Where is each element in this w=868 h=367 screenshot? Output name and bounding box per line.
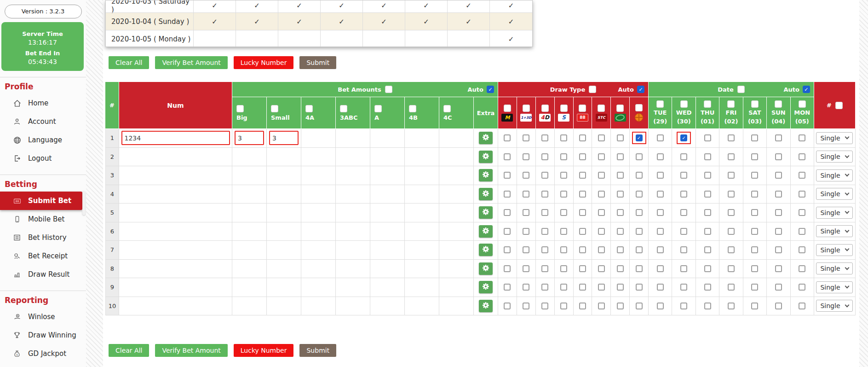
draw-type-checkbox-damacai-1plus3d[interactable] bbox=[523, 265, 529, 272]
num-input[interactable] bbox=[121, 207, 230, 219]
draw-type-checkbox-singapore-pools[interactable] bbox=[560, 246, 567, 253]
date-checkbox-thu[interactable] bbox=[704, 134, 711, 141]
extra-settings-button[interactable] bbox=[479, 244, 493, 256]
col-checkbox-a[interactable] bbox=[374, 105, 382, 112]
amount-input-4c[interactable] bbox=[442, 262, 471, 274]
date-checkbox-fri[interactable] bbox=[728, 228, 735, 235]
draw-type-checkbox-cashsweep[interactable] bbox=[617, 153, 624, 160]
amount-input-4a[interactable] bbox=[304, 225, 333, 237]
sidebar-item-submit-bet[interactable]: 88Submit Bet bbox=[0, 192, 82, 210]
amount-input-3abc[interactable] bbox=[338, 207, 368, 219]
date-checkbox-sat[interactable] bbox=[751, 228, 758, 235]
date-checkbox-sun[interactable] bbox=[775, 265, 782, 272]
date-checkbox-sat[interactable] bbox=[751, 191, 758, 198]
date-checkbox-wed[interactable] bbox=[680, 246, 687, 253]
col-checkbox-mon[interactable] bbox=[799, 100, 806, 108]
amount-input-4b[interactable] bbox=[407, 300, 437, 312]
date-checkbox-sun[interactable] bbox=[775, 228, 782, 235]
draw-type-checkbox-sandakan-88[interactable] bbox=[579, 172, 586, 179]
amount-input-4b[interactable] bbox=[407, 262, 437, 274]
amount-input-a[interactable] bbox=[373, 132, 402, 144]
amount-input-4b[interactable] bbox=[407, 225, 437, 237]
amount-input-small[interactable] bbox=[269, 225, 299, 237]
bet-type-select[interactable]: Single bbox=[816, 262, 853, 274]
amount-input-4c[interactable] bbox=[442, 151, 471, 163]
date-checkbox-mon[interactable] bbox=[799, 303, 805, 309]
draw-type-checkbox-damacai-1plus3d[interactable] bbox=[523, 172, 529, 179]
date-checkbox-sun[interactable] bbox=[775, 246, 782, 253]
date-checkbox-thu[interactable] bbox=[704, 303, 711, 309]
amount-input-4b[interactable] bbox=[407, 169, 437, 181]
sidebar-item-language[interactable]: Language bbox=[0, 131, 86, 149]
draw-type-checkbox-gd-lotto[interactable] bbox=[636, 209, 643, 216]
amount-input-small[interactable] bbox=[269, 131, 299, 145]
sidebar-item-home[interactable]: Home bbox=[0, 94, 86, 112]
draw-type-checkbox-toto-4d[interactable] bbox=[541, 284, 548, 291]
date-checkbox-sat[interactable] bbox=[751, 172, 758, 179]
draw-type-checkbox-toto-4d[interactable] bbox=[541, 134, 548, 141]
bet-type-select[interactable]: Single bbox=[816, 207, 853, 219]
extra-settings-button[interactable] bbox=[479, 262, 493, 275]
date-checkbox-fri[interactable] bbox=[728, 303, 735, 309]
col-checkbox-small[interactable] bbox=[271, 105, 278, 112]
bet-type-select[interactable]: Single bbox=[816, 300, 853, 312]
sidebar-item-draw-winning[interactable]: Draw Winning bbox=[0, 326, 86, 344]
col-checkbox-sandakan-88[interactable] bbox=[579, 105, 586, 112]
verify-bet-amount-button[interactable]: Verify Bet Amount bbox=[155, 56, 227, 69]
amount-input-small[interactable] bbox=[269, 300, 299, 312]
amount-input-4c[interactable] bbox=[442, 281, 471, 293]
bet-type-select[interactable]: Single bbox=[816, 188, 853, 200]
date-checkbox-thu[interactable] bbox=[704, 228, 711, 235]
date-checkbox-tue[interactable] bbox=[657, 246, 664, 253]
amount-input-a[interactable] bbox=[373, 188, 402, 200]
amount-input-big[interactable] bbox=[235, 281, 264, 293]
verify-bet-amount-button[interactable]: Verify Bet Amount bbox=[155, 344, 227, 357]
date-checkbox-fri[interactable] bbox=[728, 191, 735, 198]
draw-type-checkbox-toto-4d[interactable] bbox=[541, 209, 548, 216]
bet-amounts-auto-checkbox[interactable]: ✓ bbox=[487, 86, 494, 93]
date-checkbox-wed[interactable] bbox=[680, 303, 687, 309]
draw-type-checkbox-stc[interactable] bbox=[598, 191, 605, 198]
amount-input-4c[interactable] bbox=[442, 225, 471, 237]
col-checkbox-fri[interactable] bbox=[727, 100, 735, 108]
extra-settings-button[interactable] bbox=[479, 132, 493, 144]
draw-type-checkbox-cashsweep[interactable] bbox=[617, 284, 624, 291]
amount-input-a[interactable] bbox=[373, 244, 402, 256]
amount-input-a[interactable] bbox=[373, 262, 402, 274]
sidebar-item-winlose[interactable]: Winlose bbox=[0, 308, 86, 326]
num-input[interactable] bbox=[121, 300, 230, 312]
amount-input-3abc[interactable] bbox=[338, 281, 368, 293]
amount-input-big[interactable] bbox=[235, 188, 264, 200]
amount-input-4a[interactable] bbox=[304, 151, 333, 163]
amount-input-big[interactable] bbox=[235, 169, 264, 181]
draw-type-checkbox-stc[interactable] bbox=[598, 134, 605, 141]
date-checkbox-sun[interactable] bbox=[775, 284, 782, 291]
draw-type-checkbox-gd-lotto[interactable] bbox=[636, 246, 643, 253]
draw-type-select-all-checkbox[interactable] bbox=[589, 86, 596, 93]
date-checkbox-tue[interactable] bbox=[657, 191, 664, 198]
amount-input-4b[interactable] bbox=[407, 244, 437, 256]
date-checkbox-mon[interactable] bbox=[799, 134, 805, 141]
date-checkbox-sun[interactable] bbox=[775, 134, 782, 141]
amount-input-small[interactable] bbox=[269, 244, 299, 256]
date-checkbox-thu[interactable] bbox=[704, 246, 711, 253]
sidebar-item-bet-receipt[interactable]: Bet Receipt bbox=[0, 247, 86, 265]
draw-type-checkbox-singapore-pools[interactable] bbox=[560, 172, 567, 179]
col-checkbox-wed[interactable] bbox=[680, 100, 688, 108]
col-checkbox-4a[interactable] bbox=[305, 105, 313, 112]
draw-type-checkbox-damacai-1plus3d[interactable] bbox=[523, 191, 529, 198]
draw-type-checkbox-damacai-1plus3d[interactable] bbox=[523, 209, 529, 216]
amount-input-big[interactable] bbox=[235, 151, 264, 163]
num-input[interactable] bbox=[121, 244, 230, 256]
num-input[interactable] bbox=[121, 281, 230, 293]
date-checkbox-tue[interactable] bbox=[657, 209, 664, 216]
amount-input-big[interactable] bbox=[235, 244, 264, 256]
amount-input-big[interactable] bbox=[235, 262, 264, 274]
amount-input-big[interactable] bbox=[235, 300, 264, 312]
col-checkbox-cashsweep[interactable] bbox=[616, 105, 624, 112]
draw-type-checkbox-magnum[interactable] bbox=[504, 246, 511, 253]
amount-input-a[interactable] bbox=[373, 300, 402, 312]
amount-input-a[interactable] bbox=[373, 169, 402, 181]
amount-input-big[interactable] bbox=[235, 225, 264, 237]
draw-type-checkbox-cashsweep[interactable] bbox=[617, 209, 624, 216]
